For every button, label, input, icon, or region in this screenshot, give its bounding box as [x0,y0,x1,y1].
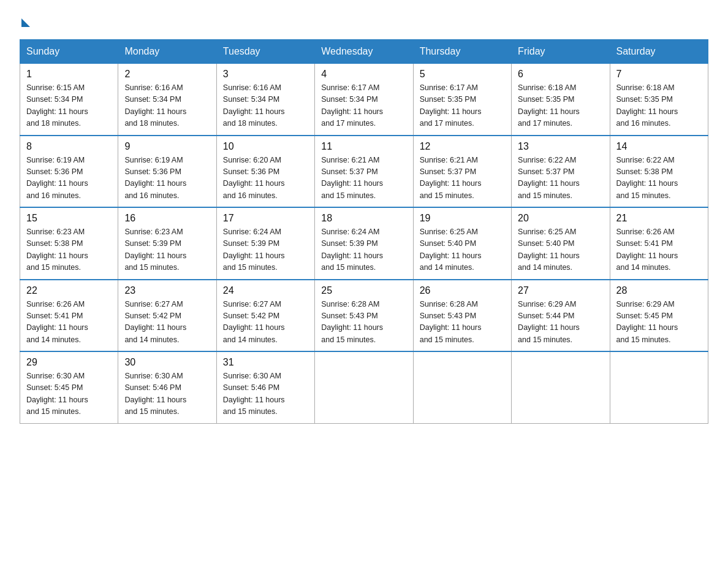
day-number: 2 [124,69,210,80]
day-info: Sunrise: 6:25 AM Sunset: 5:40 PM Dayligh… [518,226,603,274]
day-info: Sunrise: 6:24 AM Sunset: 5:39 PM Dayligh… [223,226,308,274]
day-number: 9 [124,141,210,152]
day-info: Sunrise: 6:30 AM Sunset: 5:45 PM Dayligh… [26,370,112,418]
day-info: Sunrise: 6:17 AM Sunset: 5:35 PM Dayligh… [420,82,505,130]
calendar-day-cell: 8Sunrise: 6:19 AM Sunset: 5:36 PM Daylig… [20,136,118,208]
calendar-day-cell: 19Sunrise: 6:25 AM Sunset: 5:40 PM Dayli… [413,207,511,280]
day-number: 20 [518,213,603,224]
day-info: Sunrise: 6:21 AM Sunset: 5:37 PM Dayligh… [420,155,505,202]
day-info: Sunrise: 6:15 AM Sunset: 5:34 PM Dayligh… [26,82,112,130]
day-number: 27 [518,285,603,296]
calendar-day-cell: 6Sunrise: 6:18 AM Sunset: 5:35 PM Daylig… [512,64,610,136]
calendar-day-cell: 4Sunrise: 6:17 AM Sunset: 5:34 PM Daylig… [315,64,413,136]
day-info: Sunrise: 6:27 AM Sunset: 5:42 PM Dayligh… [223,299,308,347]
day-number: 23 [124,285,210,296]
day-info: Sunrise: 6:23 AM Sunset: 5:39 PM Dayligh… [124,226,210,274]
day-number: 8 [26,141,112,152]
day-info: Sunrise: 6:28 AM Sunset: 5:43 PM Dayligh… [420,299,505,347]
calendar-day-cell: 2Sunrise: 6:16 AM Sunset: 5:34 PM Daylig… [118,64,216,136]
day-number: 16 [124,213,210,224]
day-info: Sunrise: 6:29 AM Sunset: 5:44 PM Dayligh… [518,299,603,347]
day-info: Sunrise: 6:23 AM Sunset: 5:38 PM Dayligh… [26,226,112,274]
calendar-day-cell: 16Sunrise: 6:23 AM Sunset: 5:39 PM Dayli… [118,207,216,280]
calendar-day-cell: 5Sunrise: 6:17 AM Sunset: 5:35 PM Daylig… [413,64,511,136]
day-info: Sunrise: 6:22 AM Sunset: 5:37 PM Dayligh… [518,155,603,202]
calendar-table: SundayMondayTuesdayWednesdayThursdayFrid… [20,39,708,424]
day-info: Sunrise: 6:29 AM Sunset: 5:45 PM Dayligh… [616,299,702,347]
weekday-header-row: SundayMondayTuesdayWednesdayThursdayFrid… [20,40,708,64]
day-number: 18 [321,213,406,224]
calendar-day-cell: 14Sunrise: 6:22 AM Sunset: 5:38 PM Dayli… [610,136,708,208]
day-info: Sunrise: 6:16 AM Sunset: 5:34 PM Dayligh… [223,82,308,130]
calendar-day-cell: 24Sunrise: 6:27 AM Sunset: 5:42 PM Dayli… [216,280,314,352]
calendar-week-row: 29Sunrise: 6:30 AM Sunset: 5:45 PM Dayli… [20,351,708,423]
day-number: 30 [124,357,210,368]
day-number: 4 [321,69,406,80]
calendar-day-cell: 21Sunrise: 6:26 AM Sunset: 5:41 PM Dayli… [610,207,708,280]
weekday-header-monday: Monday [118,40,216,64]
calendar-day-cell [610,351,708,423]
calendar-day-cell: 17Sunrise: 6:24 AM Sunset: 5:39 PM Dayli… [216,207,314,280]
day-number: 11 [321,141,406,152]
calendar-day-cell: 22Sunrise: 6:26 AM Sunset: 5:41 PM Dayli… [20,280,118,352]
weekday-header-thursday: Thursday [413,40,511,64]
day-number: 6 [518,69,603,80]
day-info: Sunrise: 6:24 AM Sunset: 5:39 PM Dayligh… [321,226,406,274]
weekday-header-tuesday: Tuesday [216,40,314,64]
calendar-day-cell: 27Sunrise: 6:29 AM Sunset: 5:44 PM Dayli… [512,280,610,352]
weekday-header-friday: Friday [512,40,610,64]
day-number: 1 [26,69,112,80]
day-number: 25 [321,285,406,296]
day-number: 31 [223,357,308,368]
day-number: 24 [223,285,308,296]
calendar-day-cell: 7Sunrise: 6:18 AM Sunset: 5:35 PM Daylig… [610,64,708,136]
calendar-week-row: 8Sunrise: 6:19 AM Sunset: 5:36 PM Daylig… [20,136,708,208]
calendar-day-cell: 12Sunrise: 6:21 AM Sunset: 5:37 PM Dayli… [413,136,511,208]
calendar-day-cell: 20Sunrise: 6:25 AM Sunset: 5:40 PM Dayli… [512,207,610,280]
day-number: 22 [26,285,112,296]
calendar-day-cell: 9Sunrise: 6:19 AM Sunset: 5:36 PM Daylig… [118,136,216,208]
day-number: 5 [420,69,505,80]
day-info: Sunrise: 6:18 AM Sunset: 5:35 PM Dayligh… [518,82,603,130]
weekday-header-wednesday: Wednesday [315,40,413,64]
day-info: Sunrise: 6:19 AM Sunset: 5:36 PM Dayligh… [26,155,112,202]
calendar-day-cell: 28Sunrise: 6:29 AM Sunset: 5:45 PM Dayli… [610,280,708,352]
day-number: 12 [420,141,505,152]
day-info: Sunrise: 6:22 AM Sunset: 5:38 PM Dayligh… [616,155,702,202]
day-info: Sunrise: 6:26 AM Sunset: 5:41 PM Dayligh… [616,226,702,274]
calendar-day-cell: 31Sunrise: 6:30 AM Sunset: 5:46 PM Dayli… [216,351,314,423]
weekday-header-saturday: Saturday [610,40,708,64]
day-info: Sunrise: 6:17 AM Sunset: 5:34 PM Dayligh… [321,82,406,130]
day-number: 21 [616,213,702,224]
day-number: 13 [518,141,603,152]
logo-blue-part [20,15,30,27]
page-header [20,15,708,27]
calendar-day-cell: 30Sunrise: 6:30 AM Sunset: 5:46 PM Dayli… [118,351,216,423]
day-info: Sunrise: 6:19 AM Sunset: 5:36 PM Dayligh… [124,155,210,202]
calendar-week-row: 22Sunrise: 6:26 AM Sunset: 5:41 PM Dayli… [20,280,708,352]
calendar-day-cell: 15Sunrise: 6:23 AM Sunset: 5:38 PM Dayli… [20,207,118,280]
day-info: Sunrise: 6:25 AM Sunset: 5:40 PM Dayligh… [420,226,505,274]
day-info: Sunrise: 6:26 AM Sunset: 5:41 PM Dayligh… [26,299,112,347]
logo [20,15,30,27]
calendar-week-row: 15Sunrise: 6:23 AM Sunset: 5:38 PM Dayli… [20,207,708,280]
day-number: 17 [223,213,308,224]
calendar-day-cell: 3Sunrise: 6:16 AM Sunset: 5:34 PM Daylig… [216,64,314,136]
day-info: Sunrise: 6:21 AM Sunset: 5:37 PM Dayligh… [321,155,406,202]
calendar-day-cell [413,351,511,423]
calendar-day-cell: 25Sunrise: 6:28 AM Sunset: 5:43 PM Dayli… [315,280,413,352]
day-number: 14 [616,141,702,152]
day-number: 19 [420,213,505,224]
day-info: Sunrise: 6:18 AM Sunset: 5:35 PM Dayligh… [616,82,702,130]
day-info: Sunrise: 6:28 AM Sunset: 5:43 PM Dayligh… [321,299,406,347]
day-info: Sunrise: 6:30 AM Sunset: 5:46 PM Dayligh… [124,370,210,418]
day-info: Sunrise: 6:27 AM Sunset: 5:42 PM Dayligh… [124,299,210,347]
calendar-day-cell: 1Sunrise: 6:15 AM Sunset: 5:34 PM Daylig… [20,64,118,136]
calendar-week-row: 1Sunrise: 6:15 AM Sunset: 5:34 PM Daylig… [20,64,708,136]
weekday-header-sunday: Sunday [20,40,118,64]
day-number: 15 [26,213,112,224]
calendar-day-cell: 29Sunrise: 6:30 AM Sunset: 5:45 PM Dayli… [20,351,118,423]
calendar-day-cell: 13Sunrise: 6:22 AM Sunset: 5:37 PM Dayli… [512,136,610,208]
day-number: 29 [26,357,112,368]
calendar-day-cell: 18Sunrise: 6:24 AM Sunset: 5:39 PM Dayli… [315,207,413,280]
